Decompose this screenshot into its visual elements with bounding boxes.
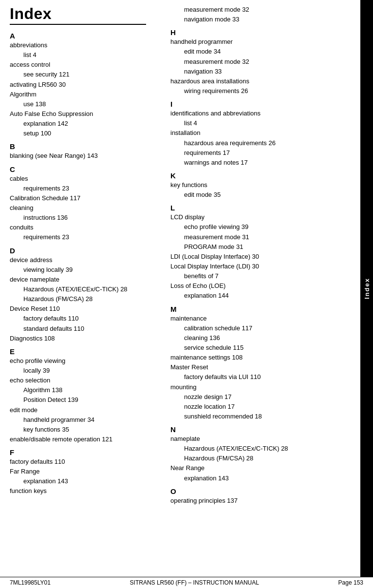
section-letter: C <box>10 165 151 173</box>
index-entry: enable/disable remote operation 121 <box>10 435 151 444</box>
index-entry: instructions 136 <box>10 213 151 223</box>
index-entry: cleaning <box>10 203 151 213</box>
index-entry: echo profile viewing <box>10 356 151 366</box>
section-letter: A <box>10 32 151 40</box>
index-entry: nameplate <box>170 434 355 444</box>
index-entry: handheld programmer <box>170 37 355 47</box>
section-letter: O <box>170 487 355 495</box>
footer-page: Page 153 <box>338 579 363 586</box>
index-entry: Hazardous (ATEX/IECEx/C-TICK) 28 <box>10 285 151 294</box>
index-entry: device address <box>10 255 151 265</box>
index-entry: Hazardous (FM/CSA) 28 <box>170 454 355 463</box>
title-divider <box>10 24 146 25</box>
section-letter: I <box>170 100 355 108</box>
index-entry: maintenance settings 108 <box>170 353 355 362</box>
index-entry: LDI (Local Display Interface) 30 <box>170 252 355 262</box>
index-entry: hazardous area installations <box>170 76 355 86</box>
section-letter: H <box>170 28 355 37</box>
section-letter: E <box>10 347 151 356</box>
index-entry: factory defaults 110 <box>10 314 151 323</box>
index-entry: use 138 <box>10 99 151 109</box>
index-entry: key functions <box>170 180 355 190</box>
index-entry: conduits <box>10 223 151 232</box>
index-entry: setup 100 <box>10 129 151 138</box>
page-title: Index <box>10 5 151 23</box>
index-sidebar: Index <box>360 0 373 577</box>
left-column: Index Aabbreviationslist 4access control… <box>0 5 156 577</box>
index-entry: function keys <box>10 486 151 496</box>
index-entry: access control <box>10 60 151 70</box>
index-entry: LCD display <box>170 212 355 222</box>
section-letter: F <box>10 448 151 456</box>
index-entry: edit mode 35 <box>170 190 355 200</box>
index-entry: edit mode 34 <box>170 47 355 57</box>
index-entry: Algorithm <box>10 90 151 99</box>
footer: 7ML19985LY01 SITRANS LR560 (FF) – INSTRU… <box>0 577 373 588</box>
index-entry: calibration schedule 117 <box>170 323 355 333</box>
index-entry: sunshield recommended 18 <box>170 412 355 421</box>
sidebar-label: Index <box>363 278 371 299</box>
index-entry: warnings and notes 17 <box>170 158 355 168</box>
section-letter: K <box>170 171 355 180</box>
index-entry: requirements 23 <box>10 184 151 193</box>
index-entry: Diagnostics 108 <box>10 334 151 343</box>
content-area: Index Aabbreviationslist 4access control… <box>0 0 373 577</box>
index-entry: echo selection <box>10 376 151 385</box>
index-entry: activating LR560 30 <box>10 80 151 90</box>
index-entry: Algorithm 138 <box>10 385 151 395</box>
index-entry: echo profile viewing 39 <box>170 222 355 232</box>
index-entry: Device Reset 110 <box>10 304 151 314</box>
index-entry: Master Reset <box>170 362 355 372</box>
index-entry: navigation 33 <box>170 67 355 76</box>
index-entry: key functions 35 <box>10 425 151 435</box>
index-entry: measurement mode 31 <box>170 232 355 242</box>
index-entry: locally 39 <box>10 366 151 376</box>
index-entry: Near Range <box>170 463 355 473</box>
index-entry: standard defaults 110 <box>10 324 151 334</box>
index-entry: viewing locally 39 <box>10 265 151 275</box>
index-entry: installation <box>170 128 355 138</box>
footer-id: 7ML19985LY01 <box>10 579 51 586</box>
index-entry: device nameplate <box>10 275 151 285</box>
index-entry: maintenance <box>170 314 355 323</box>
footer-title: SITRANS LR560 (FF) – INSTRUCTION MANUAL <box>130 579 259 586</box>
index-entry: list 4 <box>170 118 355 128</box>
right-col-entries: measurement mode 32navigation mode 33Hha… <box>170 5 355 506</box>
index-entry: PROGRAM mode 31 <box>170 242 355 252</box>
index-entry: nozzle design 17 <box>170 392 355 402</box>
index-entry: handheld programmer 34 <box>10 415 151 425</box>
right-column: measurement mode 32navigation mode 33Hha… <box>156 5 360 577</box>
index-entry: hazardous area requirements 26 <box>170 138 355 148</box>
section-letter: M <box>170 305 355 313</box>
index-entry: requirements 23 <box>10 232 151 242</box>
index-entry: Loss of Echo (LOE) <box>170 281 355 291</box>
index-entry: cleaning 136 <box>170 333 355 343</box>
index-entry: measurement mode 32 <box>170 5 355 15</box>
index-entry: edit mode <box>10 405 151 415</box>
index-entry: factory defaults 110 <box>10 457 151 467</box>
index-entry: wiring requirements 26 <box>170 86 355 96</box>
index-entry: blanking (see Near Range) 143 <box>10 151 151 161</box>
main-content: Index Aabbreviationslist 4access control… <box>0 0 360 577</box>
index-entry: measurement mode 32 <box>170 57 355 67</box>
index-entry: Auto False Echo Suppression <box>10 109 151 119</box>
index-entry: explanation 143 <box>170 474 355 483</box>
index-entry: factory defaults via LUI 110 <box>170 372 355 382</box>
index-entry: nozzle location 17 <box>170 402 355 412</box>
index-entry: Far Range <box>10 467 151 476</box>
left-col-entries: Aabbreviationslist 4access controlsee se… <box>10 32 151 496</box>
page: Index Aabbreviationslist 4access control… <box>0 0 373 588</box>
index-entry: requirements 17 <box>170 148 355 158</box>
index-entry: explanation 143 <box>10 476 151 486</box>
index-entry: Hazardous (FM/CSA) 28 <box>10 294 151 304</box>
index-entry: identifications and abbreviations <box>170 109 355 118</box>
index-entry: Position Detect 139 <box>10 395 151 405</box>
index-entry: explanation 142 <box>10 119 151 129</box>
index-entry: service schedule 115 <box>170 343 355 353</box>
index-entry: cables <box>10 174 151 184</box>
index-entry: benefits of 7 <box>170 271 355 281</box>
index-entry: see security 121 <box>10 70 151 79</box>
index-entry: abbreviations <box>10 40 151 50</box>
index-entry: Hazardous (ATEX/IECEx/C-TICK) 28 <box>170 444 355 454</box>
index-entry: explanation 144 <box>170 291 355 301</box>
